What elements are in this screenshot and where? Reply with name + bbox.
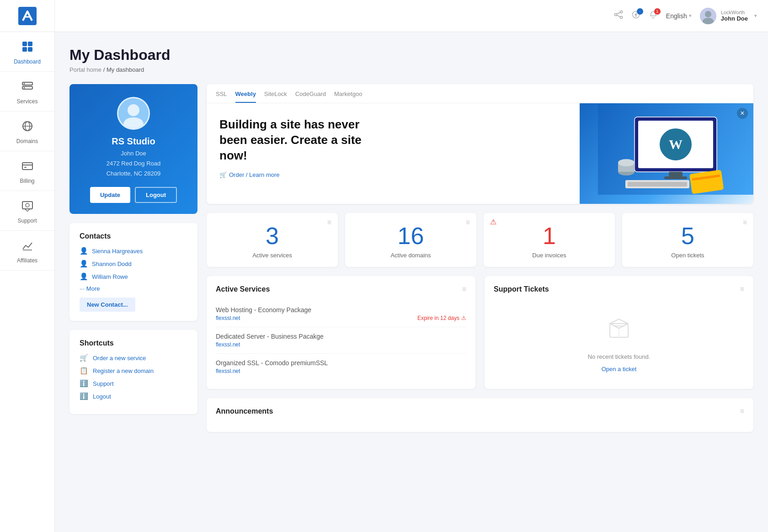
stat-number-open-tickets: 5 [629,223,746,249]
sidebar-item-affiliates[interactable]: Affiliates [0,231,54,271]
shortcuts-card: Shortcuts 🛒 Order a new service 📋 Regist… [69,330,197,414]
breadcrumb: Portal home / My dashboard [69,66,753,73]
banner-card: SSL Weebly SiteLock CodeGuard Marketgoo … [207,84,753,204]
sidebar-item-domains[interactable]: Domains [0,112,54,151]
banner-tab-marketgoo[interactable]: Marketgoo [334,90,362,103]
service-domain-0[interactable]: flexssl.net [216,315,240,321]
sidebar-item-billing[interactable]: Billing [0,151,54,191]
shortcut-label-3: Logout [93,393,111,400]
service-footer-0: flexssl.net Expire in 12 days ⚠ [216,315,466,321]
shortcuts-title: Shortcuts [80,339,187,347]
contact-item-0[interactable]: 👤 Sienna Hargreaves [80,247,187,255]
social-badge: · [637,8,643,15]
banner-tab-ssl[interactable]: SSL [216,90,227,103]
svg-point-19 [614,14,617,16]
stat-menu-icon-1[interactable]: ≡ [466,218,470,227]
banner-tab-codeguard[interactable]: CodeGuard [295,90,326,103]
contact-item-2[interactable]: 👤 William Rowe [80,272,187,281]
svg-point-7 [23,83,25,85]
announcements-header: Announcements ≡ [216,407,744,415]
contacts-title: Contacts [80,232,187,240]
sidebar-logo [0,0,54,32]
notification-button[interactable]: 1 [649,10,658,21]
banner-link[interactable]: 🛒 Order / Learn more [219,171,567,178]
service-item-2: Organized SSL - Comodo premiumSSL flexss… [216,354,466,380]
breadcrumb-home[interactable]: Portal home [69,66,101,73]
support-icon [21,199,34,215]
banner-tab-weebly[interactable]: Weebly [235,90,256,103]
stat-due-invoices: ⚠ 1 Due invoices [484,213,615,267]
user-icon-2: 👤 [80,272,88,281]
bottom-grid: Active Services ≡ Web Hosting - Economy … [207,276,753,389]
service-footer-1: flexssl.net [216,341,466,348]
right-column: SSL Weebly SiteLock CodeGuard Marketgoo … [207,84,753,432]
stat-menu-icon-0[interactable]: ≡ [327,218,331,227]
close-button[interactable]: × [737,108,748,119]
service-name-0: Web Hosting - Economy Package [216,306,466,314]
stat-label-open-tickets: Open tickets [629,252,746,259]
svg-point-16 [26,203,29,207]
stat-menu-icon-3[interactable]: ≡ [743,218,747,227]
cart-banner-icon: 🛒 [219,171,227,178]
shortcut-item-3[interactable]: ℹ️ Logout [80,392,187,400]
contact-name-2: William Rowe [92,273,128,280]
new-contact-button[interactable]: New Contact... [80,298,135,312]
billing-icon [21,160,34,175]
profile-address: 2472 Red Dog Road [80,159,187,169]
support-tickets-menu-icon[interactable]: ≡ [740,285,744,293]
breadcrumb-separator: / [103,66,107,73]
page-content: My Dashboard Portal home / My dashboard [55,32,768,532]
open-ticket-link[interactable]: Open a ticket [602,366,637,372]
user-name: John Doe [721,15,748,22]
service-domain-1[interactable]: flexssl.net [216,341,240,348]
page-title: My Dashboard [69,47,753,64]
user-menu[interactable]: LockWorth John Doe ▾ [700,8,757,24]
svg-rect-15 [22,202,32,209]
more-contacts-link[interactable]: ··· More [80,285,187,292]
update-button[interactable]: Update [90,187,130,203]
profile-details: John Doe 2472 Red Dog Road Charlotte, NC… [80,149,187,179]
svg-rect-36 [669,172,683,176]
empty-message: No recent tickets found. [588,353,651,360]
shortcut-item-1[interactable]: 📋 Register a new domain [80,367,187,375]
sidebar-item-dashboard[interactable]: Dashboard [0,32,54,72]
language-selector[interactable]: English ▾ [666,12,692,20]
contact-item-1[interactable]: 👤 Shannon Dodd [80,260,187,268]
sidebar-item-support[interactable]: Support [0,191,54,231]
banner-tab-sitelock[interactable]: SiteLock [264,90,287,103]
topnav: · 1 English ▾ LockWorth John Doe [55,0,768,32]
share-button[interactable] [614,10,623,21]
support-shortcut-icon: ℹ️ [80,379,88,388]
svg-point-8 [23,87,25,89]
social-button[interactable]: · [631,10,640,21]
service-footer-2: flexssl.net [216,368,466,374]
profile-card: RS Studio John Doe 2472 Red Dog Road Cha… [69,84,197,214]
announcements-title: Announcements [216,407,273,415]
sidebar-item-support-label: Support [17,218,37,224]
support-tickets-title: Support Tickets [494,285,549,293]
dashboard-icon [21,40,34,56]
domains-icon [21,120,34,135]
stat-label-due-invoices: Due invoices [491,252,608,259]
shortcut-item-2[interactable]: ℹ️ Support [80,379,187,388]
announcements-menu-icon[interactable]: ≡ [740,407,744,415]
svg-rect-37 [664,176,687,179]
banner-tabs: SSL Weebly SiteLock CodeGuard Marketgoo [207,84,753,103]
cart-icon: 🛒 [80,354,88,362]
active-services-menu-icon[interactable]: ≡ [462,285,466,293]
stat-active-domains: ≡ 16 Active domains [345,213,476,267]
profile-studio: RS Studio [80,136,187,147]
user-icon-0: 👤 [80,247,88,255]
logout-button[interactable]: Logout [135,187,177,203]
stat-label-active-services: Active services [214,252,331,259]
service-name-1: Dedicated Server - Business Pacakge [216,333,466,340]
service-domain-2[interactable]: flexssl.net [216,368,240,374]
svg-rect-0 [18,7,37,25]
svg-point-44 [618,159,635,166]
shortcut-item-0[interactable]: 🛒 Order a new service [80,354,187,362]
left-column: RS Studio John Doe 2472 Red Dog Road Cha… [69,84,197,432]
sidebar-item-services[interactable]: Services [0,72,54,112]
main-wrap: · 1 English ▾ LockWorth John Doe [55,0,768,532]
active-services-card: Active Services ≡ Web Hosting - Economy … [207,276,475,389]
banner-text: Building a site has never been easier. C… [207,103,580,204]
